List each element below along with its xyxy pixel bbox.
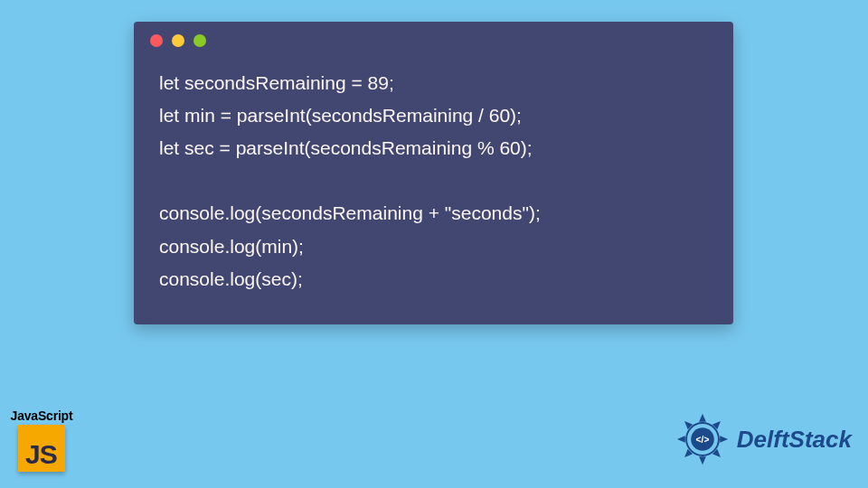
code-content: let secondsRemaining = 89; let min = par… [134, 60, 733, 306]
delftstack-name: DelftStack [737, 426, 852, 454]
svg-text:</>: </> [695, 435, 709, 445]
javascript-label: JavaScript [5, 408, 78, 423]
delftstack-brand: </> DelftStack [674, 410, 852, 468]
svg-marker-4 [720, 436, 728, 443]
window-titlebar [134, 22, 733, 60]
code-window: let secondsRemaining = 89; let min = par… [134, 22, 733, 324]
javascript-icon: JS [18, 425, 65, 472]
minimize-icon [172, 34, 184, 47]
javascript-badge: JavaScript JS [5, 408, 78, 472]
javascript-short: JS [25, 439, 57, 470]
close-icon [150, 34, 163, 47]
delftstack-logo-icon: </> [674, 410, 731, 468]
svg-marker-1 [699, 414, 706, 422]
svg-marker-2 [699, 456, 706, 465]
svg-marker-3 [677, 436, 685, 443]
zoom-icon [193, 34, 206, 47]
